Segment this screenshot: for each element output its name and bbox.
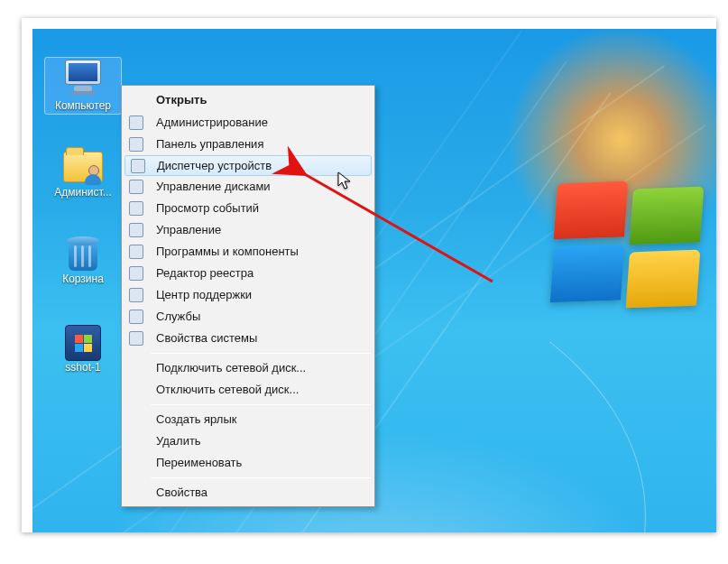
folder-user-icon — [63, 152, 103, 182]
menu-item-label: Редактор реестра — [156, 266, 253, 280]
menu-item-label: Переименовать — [156, 456, 242, 469]
blank-icon — [129, 412, 143, 427]
menu-item-label: Подключить сетевой диск... — [156, 361, 306, 374]
desktop-icon-label: Корзина — [62, 273, 104, 285]
control-panel-icon — [129, 137, 143, 152]
menu-item-event-viewer[interactable]: Просмотр событий — [124, 198, 373, 219]
menu-separator — [151, 353, 371, 354]
desktop-icon-label: Админист... — [54, 186, 111, 199]
desktop-icon-recycle-bin[interactable]: Корзина — [45, 236, 121, 285]
menu-item-label: Администрирование — [156, 116, 268, 129]
menu-item-label: Удалить — [156, 434, 201, 448]
desktop-icon-label: sshot-1 — [65, 361, 100, 374]
regedit-icon — [129, 266, 143, 281]
menu-item-create-shortcut[interactable]: Создать ярлык — [124, 409, 373, 430]
computer-icon — [61, 60, 105, 96]
menu-item-programs-features[interactable]: Программы и компоненты — [124, 241, 373, 263]
desktop-icon-admin-folder[interactable]: Админист... — [45, 152, 121, 199]
menu-item-label: Управление — [156, 223, 221, 236]
blank-icon — [129, 361, 143, 375]
desktop-icon-label: Компьютер — [55, 99, 111, 112]
disk-management-icon — [129, 180, 143, 194]
computer-management-icon — [129, 223, 143, 237]
menu-item-system-properties[interactable]: Свойства системы — [124, 328, 373, 349]
blank-icon — [129, 485, 143, 500]
menu-item-label: Просмотр событий — [156, 201, 259, 215]
windows-logo — [556, 182, 709, 318]
blank-icon — [129, 456, 143, 470]
menu-item-label: Диспетчер устройств — [157, 159, 272, 172]
menu-item-open[interactable]: Открыть — [124, 88, 373, 112]
desktop-icons-column: Компьютер Админист... Корзина sshot-1 — [45, 58, 121, 411]
desktop-icon-computer[interactable]: Компьютер — [45, 58, 121, 114]
menu-item-manage[interactable]: Управление — [124, 219, 373, 241]
menu-item-properties[interactable]: Свойства — [124, 482, 373, 504]
screenshot-file-icon — [65, 325, 101, 361]
programs-icon — [129, 245, 143, 259]
screenshot-frame: Компьютер Админист... Корзина sshot-1 — [22, 18, 716, 532]
mouse-cursor-icon — [337, 171, 352, 191]
admin-tools-icon — [129, 116, 143, 130]
blank-icon — [129, 434, 143, 448]
services-icon — [129, 310, 143, 324]
action-center-icon — [129, 288, 143, 302]
menu-item-label: Свойства — [156, 485, 207, 499]
menu-item-label: Программы и компоненты — [156, 245, 299, 258]
menu-separator — [151, 477, 371, 478]
menu-item-services[interactable]: Службы — [124, 306, 373, 328]
recycle-bin-icon — [67, 236, 99, 273]
desktop-icon-sshot[interactable]: sshot-1 — [45, 325, 121, 374]
menu-item-administration[interactable]: Администрирование — [124, 112, 373, 134]
context-menu: Открыть Администрирование Панель управле… — [121, 85, 375, 507]
menu-item-map-network-drive[interactable]: Подключить сетевой диск... — [124, 357, 373, 379]
menu-item-device-manager[interactable]: Диспетчер устройств — [124, 155, 372, 176]
menu-item-registry-editor[interactable]: Редактор реестра — [124, 263, 373, 284]
menu-item-label: Открыть — [156, 93, 207, 106]
menu-item-label: Создать ярлык — [156, 412, 236, 426]
blank-icon — [129, 383, 143, 397]
menu-separator — [151, 404, 371, 405]
blank-icon — [129, 93, 143, 107]
menu-item-disk-management[interactable]: Управление дисками — [124, 176, 373, 198]
menu-item-label: Службы — [156, 310, 200, 323]
menu-item-label: Отключить сетевой диск... — [156, 383, 299, 396]
menu-item-label: Центр поддержки — [156, 288, 252, 301]
system-properties-icon — [129, 331, 143, 346]
menu-item-label: Управление дисками — [156, 180, 271, 193]
menu-item-disconnect-network-drive[interactable]: Отключить сетевой диск... — [124, 379, 373, 401]
menu-item-label: Панель управления — [156, 137, 263, 151]
menu-item-control-panel[interactable]: Панель управления — [124, 134, 373, 155]
device-manager-icon — [131, 159, 145, 173]
menu-item-action-center[interactable]: Центр поддержки — [124, 284, 373, 306]
windows7-desktop[interactable]: Компьютер Админист... Корзина sshot-1 — [32, 29, 716, 532]
menu-item-delete[interactable]: Удалить — [124, 430, 373, 452]
menu-item-rename[interactable]: Переименовать — [124, 452, 373, 474]
menu-item-label: Свойства системы — [156, 331, 257, 345]
event-viewer-icon — [129, 201, 143, 216]
